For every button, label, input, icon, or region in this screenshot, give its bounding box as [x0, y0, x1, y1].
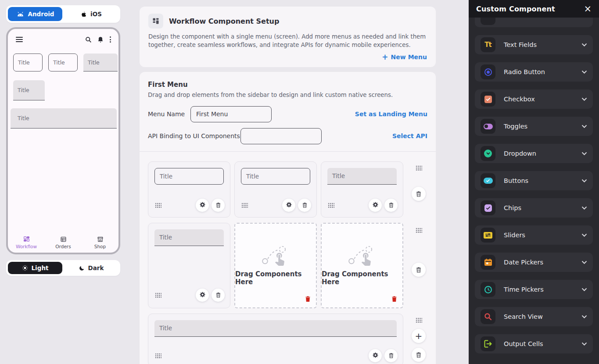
- delete-dropzone-button[interactable]: [305, 296, 311, 304]
- component-card[interactable]: Title: [148, 223, 230, 308]
- canvas-row-2: Title Drag Components Here: [148, 223, 403, 308]
- android-tab[interactable]: Android: [8, 7, 62, 21]
- delete-button[interactable]: [384, 199, 398, 212]
- component-item-date-pickers[interactable]: Date Pickers: [475, 253, 593, 272]
- light-label: Light: [32, 264, 49, 271]
- new-menu-label: New Menu: [391, 54, 427, 61]
- settings-button[interactable]: [369, 349, 382, 362]
- row-drag-handle[interactable]: [412, 318, 426, 323]
- close-icon[interactable]: ×: [584, 4, 592, 14]
- kebab-menu-icon[interactable]: [109, 36, 111, 43]
- chevron-down-icon[interactable]: [581, 206, 587, 210]
- menu-icon[interactable]: [16, 37, 23, 42]
- chevron-down-icon[interactable]: [581, 179, 587, 182]
- phone-field-row-1: Title Title Title: [13, 54, 118, 71]
- nav-item-workflow[interactable]: Workflow: [8, 236, 45, 249]
- page-title: Workflow Component Setup: [169, 17, 279, 25]
- chevron-down-icon[interactable]: [581, 261, 587, 264]
- drag-handle-icon[interactable]: [155, 293, 161, 298]
- nav-item-shop[interactable]: Shop: [82, 236, 118, 249]
- component-item-dropdown[interactable]: Dropdown: [475, 144, 593, 163]
- drag-handle-icon[interactable]: [241, 203, 248, 208]
- component-item-text-fields[interactable]: Tt Text Fields: [475, 35, 593, 54]
- row-drag-handle[interactable]: [412, 228, 426, 233]
- phone-title-field[interactable]: Title: [13, 80, 45, 100]
- component-item-sliders[interactable]: Sliders: [475, 225, 593, 245]
- title-field-preview[interactable]: Title: [327, 168, 397, 185]
- delete-button[interactable]: [212, 199, 225, 212]
- delete-button[interactable]: [384, 349, 398, 362]
- settings-button[interactable]: [369, 199, 382, 212]
- title-field-preview[interactable]: Title: [154, 320, 397, 337]
- title-field-preview[interactable]: Title: [241, 168, 310, 185]
- chevron-down-icon[interactable]: [581, 70, 587, 74]
- component-card[interactable]: Title: [321, 161, 403, 218]
- drag-handle-icon[interactable]: [328, 203, 334, 208]
- select-api-link[interactable]: Select API: [392, 132, 427, 139]
- search-icon[interactable]: [85, 36, 92, 43]
- menu-subtitle: Drag and drop elements from the sidebar …: [148, 92, 427, 98]
- canvas-grid: Title Title: [148, 161, 403, 364]
- set-landing-menu-link[interactable]: Set as Landing Menu: [355, 111, 427, 118]
- phone-title-field[interactable]: Title: [13, 54, 43, 71]
- radio-button-icon: [481, 64, 495, 79]
- drag-handle-icon[interactable]: [155, 203, 161, 208]
- component-item-partial[interactable]: [475, 18, 593, 27]
- chevron-down-icon[interactable]: [581, 342, 587, 346]
- drag-hand-icon: [261, 245, 291, 267]
- row-drag-handle[interactable]: [412, 165, 426, 171]
- drop-zone[interactable]: Drag Components Here: [234, 223, 317, 308]
- delete-dropzone-button[interactable]: [391, 296, 398, 304]
- component-item-buttons[interactable]: Buttons: [475, 171, 593, 190]
- canvas-row-3: Title: [148, 314, 403, 364]
- chevron-down-icon[interactable]: [581, 97, 587, 101]
- delete-button[interactable]: [298, 199, 311, 212]
- plus-icon: +: [382, 54, 388, 61]
- component-item-checkbox[interactable]: Checkbox: [475, 89, 593, 109]
- chevron-down-icon[interactable]: [581, 233, 587, 237]
- component-card[interactable]: Title: [148, 314, 403, 364]
- chevron-down-icon[interactable]: [581, 288, 587, 291]
- settings-button[interactable]: [282, 199, 295, 212]
- phone-title-field[interactable]: Title: [83, 54, 118, 71]
- row-delete-button[interactable]: [412, 187, 426, 201]
- settings-button[interactable]: [196, 289, 209, 302]
- chevron-down-icon[interactable]: [581, 43, 587, 46]
- dark-theme-button[interactable]: Dark: [64, 262, 118, 274]
- new-menu-button[interactable]: + New Menu: [382, 54, 427, 61]
- text-fields-icon: Tt: [481, 37, 495, 52]
- component-card[interactable]: Title: [234, 161, 317, 218]
- drag-handle-icon[interactable]: [155, 353, 161, 358]
- drop-zone[interactable]: Drag Components Here: [321, 223, 403, 308]
- chevron-down-icon[interactable]: [581, 125, 587, 128]
- add-row-button[interactable]: +: [412, 329, 426, 343]
- nav-item-orders[interactable]: Orders: [45, 236, 82, 249]
- component-card[interactable]: Title: [148, 161, 230, 218]
- checkbox-icon: [481, 92, 495, 107]
- component-item-time-pickers[interactable]: Time Pickers: [475, 280, 593, 299]
- component-item-toggles[interactable]: Toggles: [475, 117, 593, 136]
- title-field-preview[interactable]: Title: [154, 229, 224, 246]
- toggles-icon: [481, 119, 495, 134]
- settings-button[interactable]: [196, 199, 209, 212]
- ios-tab[interactable]: iOS: [64, 7, 118, 21]
- row-delete-button[interactable]: [412, 348, 426, 362]
- buttons-icon: [481, 173, 495, 188]
- component-item-radio-button[interactable]: Radio Button: [475, 62, 593, 82]
- bell-icon[interactable]: [97, 36, 104, 43]
- phone-title-field[interactable]: Title: [48, 54, 78, 71]
- component-item-chips[interactable]: Chips: [475, 198, 593, 218]
- nav-label: Orders: [55, 244, 71, 249]
- component-item-output-cells[interactable]: Output Cells: [475, 334, 593, 353]
- chevron-down-icon[interactable]: [581, 152, 587, 155]
- delete-button[interactable]: [212, 289, 225, 302]
- light-theme-button[interactable]: Light: [8, 262, 62, 274]
- workflow-setup-icon: [148, 14, 163, 29]
- chevron-down-icon[interactable]: [581, 315, 587, 318]
- menu-name-input[interactable]: [190, 106, 272, 122]
- api-binding-input[interactable]: [240, 128, 322, 144]
- title-field-preview[interactable]: Title: [154, 168, 224, 185]
- row-delete-button[interactable]: [412, 263, 426, 277]
- component-item-search-view[interactable]: Search View: [475, 307, 593, 326]
- phone-title-field[interactable]: Title: [11, 108, 117, 128]
